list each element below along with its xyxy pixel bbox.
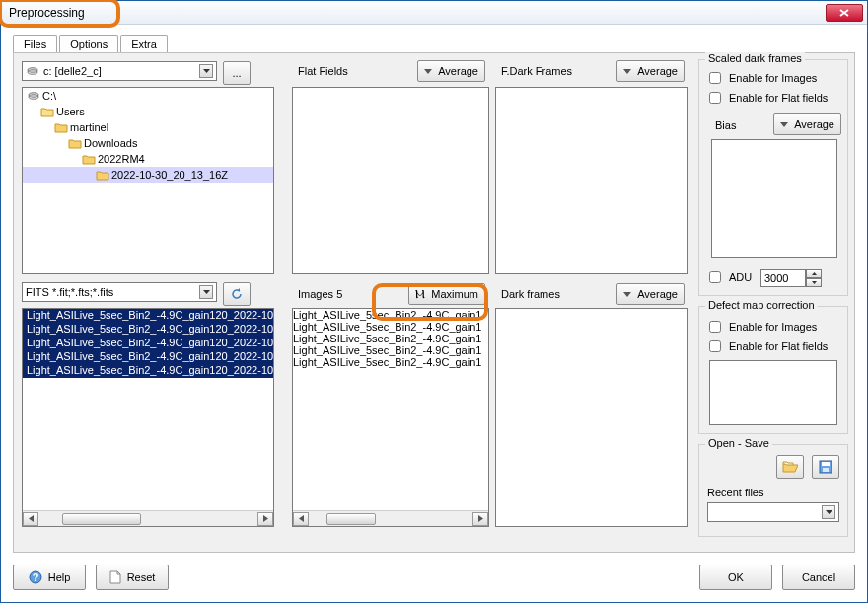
enable-flats-chk[interactable]: Enable for Flat fields xyxy=(705,90,828,106)
defect-enable-flats-checkbox[interactable] xyxy=(709,340,721,352)
ok-button[interactable]: OK xyxy=(699,565,772,590)
sigma-icon: Ⲙ xyxy=(415,287,425,302)
flat-fields-list[interactable] xyxy=(292,87,489,274)
reset-label: Reset xyxy=(127,571,156,583)
list-item[interactable]: Light_ASILive_5sec_Bin2_-4.9C_gain120_20… xyxy=(23,323,273,337)
file-filter-text: FITS *.fit;*.fts;*.fits xyxy=(26,286,113,298)
list-item[interactable]: Light_ASILive_5sec_Bin2_-4.9C_gain1 xyxy=(293,344,488,356)
flat-fields-mode[interactable]: Average xyxy=(417,60,485,82)
help-button[interactable]: ? Help xyxy=(13,565,86,590)
tree-node[interactable]: C:\ xyxy=(23,88,273,104)
dark-frames-label: Dark frames xyxy=(501,288,560,300)
defect-map-group: Defect map correction Enable for Images … xyxy=(698,306,848,434)
tree-node[interactable]: 2022RM4 xyxy=(23,151,273,167)
bias-label: Bias xyxy=(715,119,736,131)
help-icon: ? xyxy=(29,570,42,584)
tab-files[interactable]: Files xyxy=(13,35,57,53)
enable-images-checkbox[interactable] xyxy=(709,72,721,84)
spin-down-button[interactable] xyxy=(806,278,822,287)
folder-open-icon xyxy=(782,460,798,474)
flat-fields-mode-text: Average xyxy=(438,65,478,77)
reset-button[interactable]: Reset xyxy=(96,565,169,590)
open-save-legend: Open - Save xyxy=(705,437,772,449)
chevron-down-icon xyxy=(822,505,835,519)
tab-options[interactable]: Options xyxy=(59,35,118,52)
images-list[interactable]: Light_ASILive_5sec_Bin2_-4.9C_gain1Light… xyxy=(292,308,489,527)
bias-list[interactable] xyxy=(711,139,837,258)
scaled-dark-legend: Scaled dark frames xyxy=(705,52,805,64)
save-button[interactable] xyxy=(812,455,839,479)
dark-frames-mode[interactable]: Average xyxy=(616,283,685,305)
tree-node[interactable]: Downloads xyxy=(23,135,273,151)
images-mode[interactable]: Ⲙ Maximum xyxy=(408,283,485,305)
list-item[interactable]: Light_ASILive_5sec_Bin2_-4.9C_gain120_20… xyxy=(23,364,273,378)
file-list[interactable]: Light_ASILive_5sec_Bin2_-4.9C_gain120_20… xyxy=(22,308,274,527)
defect-enable-flats-chk[interactable]: Enable for Flat fields xyxy=(705,339,828,354)
list-item[interactable]: Light_ASILive_5sec_Bin2_-4.9C_gain1 xyxy=(293,356,488,368)
close-button[interactable] xyxy=(826,4,863,22)
fdark-mode[interactable]: Average xyxy=(616,60,685,82)
tree-node[interactable]: martinel xyxy=(23,119,273,135)
scroll-right-button[interactable] xyxy=(257,512,273,526)
recent-files-label: Recent files xyxy=(707,487,763,498)
list-item[interactable]: Light_ASILive_5sec_Bin2_-4.9C_gain120_20… xyxy=(23,309,273,323)
defect-enable-images-chk[interactable]: Enable for Images xyxy=(705,319,817,335)
recent-files-combo[interactable] xyxy=(707,502,839,522)
enable-flats-label: Enable for Flat fields xyxy=(729,92,828,104)
window-title: Preprocessing xyxy=(9,6,826,20)
chevron-down-icon xyxy=(780,122,788,127)
dark-frames-mode-text: Average xyxy=(637,288,678,300)
scroll-right-button[interactable] xyxy=(472,512,488,526)
drive-combo[interactable]: c: [delle2_c] xyxy=(22,61,217,81)
refresh-button[interactable] xyxy=(223,282,251,306)
defect-enable-images-label: Enable for Images xyxy=(729,321,817,333)
browse-button[interactable]: ... xyxy=(223,61,251,85)
list-item[interactable]: Light_ASILive_5sec_Bin2_-4.9C_gain1 xyxy=(293,333,488,344)
folder-icon xyxy=(54,121,68,133)
enable-images-label: Enable for Images xyxy=(729,72,817,84)
scroll-left-button[interactable] xyxy=(23,512,38,526)
adu-checkbox[interactable] xyxy=(709,271,721,283)
tree-node[interactable]: 2022-10-30_20_13_16Z xyxy=(23,167,273,183)
list-item[interactable]: Light_ASILive_5sec_Bin2_-4.9C_gain120_20… xyxy=(23,337,273,350)
enable-images-chk[interactable]: Enable for Images xyxy=(705,70,817,86)
fdark-list[interactable] xyxy=(495,87,688,274)
chevron-down-icon xyxy=(424,69,432,74)
cancel-button[interactable]: Cancel xyxy=(782,565,855,590)
flat-fields-label: Flat Fields xyxy=(298,65,348,77)
tree-node-label: C:\ xyxy=(42,90,56,102)
adu-input[interactable] xyxy=(760,269,806,287)
dark-frames-list[interactable] xyxy=(495,308,688,527)
adu-spinner[interactable] xyxy=(760,269,822,287)
bias-mode[interactable]: Average xyxy=(773,113,841,135)
enable-flats-checkbox[interactable] xyxy=(709,92,721,104)
spin-up-button[interactable] xyxy=(806,269,822,278)
chevron-down-icon xyxy=(623,292,631,297)
h-scroll-thumb[interactable] xyxy=(62,513,141,525)
file-filter-combo[interactable]: FITS *.fit;*.fts;*.fits xyxy=(22,282,217,302)
open-save-group: Open - Save Recent files xyxy=(698,444,848,537)
file-icon xyxy=(109,570,121,584)
folder-tree[interactable]: C:\UsersmartinelDownloads2022RM42022-10-… xyxy=(22,87,274,274)
list-item[interactable]: Light_ASILive_5sec_Bin2_-4.9C_gain1 xyxy=(293,309,488,321)
svg-rect-6 xyxy=(823,468,829,472)
folder-icon xyxy=(40,106,54,117)
tree-node[interactable]: Users xyxy=(23,104,273,119)
tree-node-label: Downloads xyxy=(84,137,137,149)
images-mode-text: Maximum xyxy=(431,288,478,300)
chevron-down-icon xyxy=(199,64,213,78)
svg-rect-5 xyxy=(822,462,830,466)
defect-enable-images-checkbox[interactable] xyxy=(709,321,721,333)
images-label: Images 5 xyxy=(298,288,342,300)
chevron-down-icon xyxy=(199,285,213,299)
tab-extra[interactable]: Extra xyxy=(120,35,168,52)
folder-icon xyxy=(27,90,40,102)
drive-combo-text: c: [delle2_c] xyxy=(43,65,102,77)
defect-map-list[interactable] xyxy=(709,360,837,425)
scroll-left-button[interactable] xyxy=(293,512,309,526)
list-item[interactable]: Light_ASILive_5sec_Bin2_-4.9C_gain1 xyxy=(293,321,488,333)
h-scroll-thumb[interactable] xyxy=(326,513,376,525)
list-item[interactable]: Light_ASILive_5sec_Bin2_-4.9C_gain120_20… xyxy=(23,350,273,364)
bias-mode-text: Average xyxy=(794,118,834,130)
open-button[interactable] xyxy=(776,455,804,479)
